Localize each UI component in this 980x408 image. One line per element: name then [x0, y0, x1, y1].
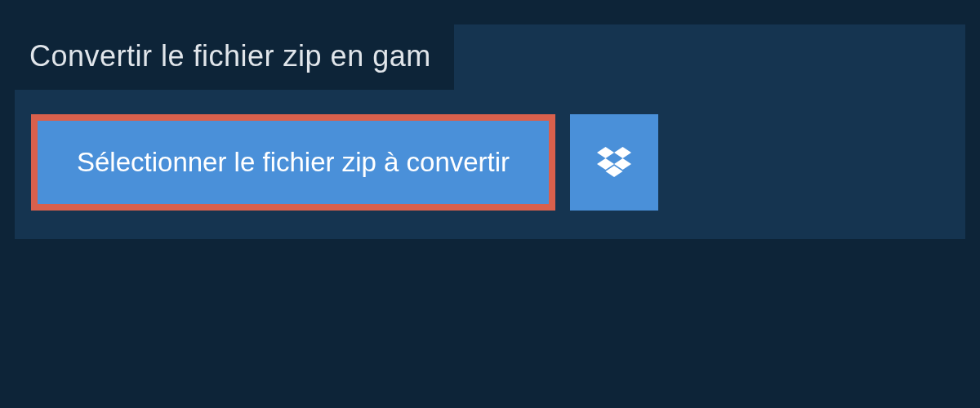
select-file-button-label: Sélectionner le fichier zip à convertir [77, 147, 510, 178]
dropbox-button[interactable] [570, 114, 658, 211]
title-bar: Convertir le fichier zip en gam [15, 24, 454, 90]
select-file-button[interactable]: Sélectionner le fichier zip à convertir [31, 114, 555, 211]
button-row: Sélectionner le fichier zip à convertir [15, 90, 965, 211]
page-title: Convertir le fichier zip en gam [29, 39, 431, 73]
converter-panel: Convertir le fichier zip en gam Sélectio… [15, 24, 965, 239]
dropbox-icon [597, 147, 631, 178]
